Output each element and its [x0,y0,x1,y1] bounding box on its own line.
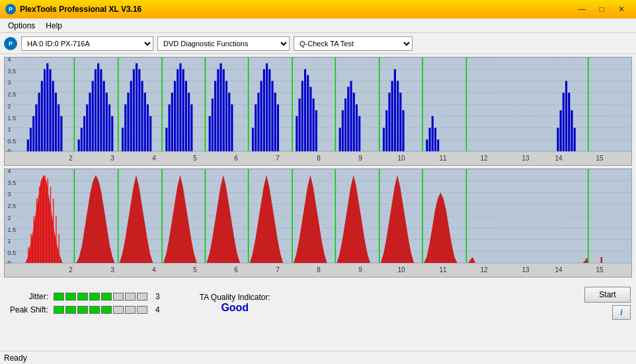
menu-bar: Options Help [0,18,636,33]
svg-text:5: 5 [193,266,197,273]
svg-rect-97 [313,98,315,151]
svg-text:6: 6 [234,266,238,273]
menu-options[interactable]: Options [3,20,40,32]
svg-text:11: 11 [439,155,447,162]
svg-text:1.5: 1.5 [7,227,16,233]
svg-text:1: 1 [7,127,11,133]
top-chart-x-axis: 2 3 4 5 6 7 8 9 10 11 12 13 14 15 [5,152,631,164]
peak-seg-2 [65,306,76,314]
svg-rect-82 [257,92,259,151]
jitter-seg-4 [89,293,100,301]
svg-rect-77 [228,92,230,151]
jitter-seg-5 [101,293,112,301]
metrics-panel: Jitter: 3 Peak Shift: [5,292,160,314]
svg-rect-111 [388,92,390,151]
svg-text:14: 14 [555,155,563,162]
svg-text:3: 3 [110,266,114,273]
svg-rect-128 [568,92,570,151]
svg-text:13: 13 [522,266,530,273]
svg-text:10: 10 [397,155,405,162]
action-buttons: Start i [584,287,631,320]
toolbar: P HA:0 ID:0 PX-716A DVD Diagnostic Funct… [0,33,636,54]
svg-rect-19 [27,139,29,151]
svg-text:2: 2 [69,266,73,273]
svg-rect-104 [350,81,352,152]
svg-rect-106 [356,104,358,151]
top-chart-svg: 4 3.5 3 2.5 2 1.5 1 0.5 0 [5,57,631,152]
svg-text:1: 1 [7,238,11,245]
info-button[interactable]: i [612,305,631,320]
bottom-chart-area: 4 3.5 3 2.5 2 1.5 1 0.5 0 [5,169,631,264]
peak-seg-4 [89,306,100,314]
svg-text:9: 9 [358,155,362,162]
svg-text:12: 12 [480,266,488,273]
status-bar: Ready [0,351,636,364]
svg-text:0.5: 0.5 [7,250,16,256]
drive-select[interactable]: HA:0 ID:0 PX-716A [21,36,153,51]
svg-rect-100 [339,128,341,152]
ta-quality-value: Good [221,302,249,314]
svg-rect-120 [432,116,434,151]
svg-rect-72 [214,81,216,152]
svg-rect-119 [428,128,430,152]
svg-text:2: 2 [7,215,11,221]
jitter-meter [54,293,147,301]
svg-text:4: 4 [7,169,11,174]
svg-rect-59 [165,128,167,152]
svg-rect-89 [277,104,279,151]
svg-text:2: 2 [69,155,73,162]
svg-text:3: 3 [110,155,114,162]
svg-rect-87 [271,81,273,152]
menu-help[interactable]: Help [40,20,67,32]
svg-rect-96 [309,87,311,151]
svg-rect-75 [223,69,225,151]
jitter-seg-1 [54,293,64,301]
svg-rect-28 [52,81,54,152]
svg-rect-113 [394,69,396,151]
svg-rect-80 [252,128,254,152]
svg-rect-81 [255,104,257,151]
svg-rect-47 [122,128,124,152]
test-select[interactable]: Q-Check TA Test [294,36,413,51]
bottom-chart: 4 3.5 3 2.5 2 1.5 1 0.5 0 [4,168,632,277]
svg-rect-66 [185,81,187,152]
peak-seg-1 [54,306,64,314]
svg-rect-26 [46,63,48,151]
svg-rect-83 [260,81,262,152]
svg-rect-118 [426,139,428,151]
jitter-seg-3 [77,293,88,301]
svg-rect-62 [174,81,176,152]
svg-rect-127 [565,81,567,152]
peak-seg-3 [77,306,88,314]
svg-rect-88 [274,92,276,151]
svg-rect-84 [263,69,265,151]
svg-rect-27 [49,69,51,151]
close-button[interactable]: ✕ [612,3,631,16]
start-button[interactable]: Start [584,287,631,303]
svg-text:8: 8 [317,266,321,273]
svg-rect-34 [81,128,83,152]
svg-rect-67 [188,92,190,151]
top-chart: 4 3.5 3 2.5 2 1.5 1 0.5 0 [4,57,632,166]
svg-text:15: 15 [596,266,604,273]
maximize-button[interactable]: □ [592,3,611,16]
title-bar-controls: — □ ✕ [573,3,631,16]
function-select[interactable]: DVD Diagnostic Functions [157,36,290,51]
ta-quality-panel: TA Quality Indicator: Good [200,293,270,314]
top-chart-area: 4 3.5 3 2.5 2 1.5 1 0.5 0 [5,57,631,152]
minimize-button[interactable]: — [573,3,591,16]
svg-rect-53 [138,69,140,151]
peak-shift-label: Peak Shift: [5,305,48,314]
svg-text:3.5: 3.5 [7,68,16,75]
svg-rect-44 [108,104,110,151]
svg-rect-130 [574,128,576,152]
svg-rect-73 [217,69,219,151]
svg-rect-52 [136,63,138,151]
svg-rect-187 [601,257,602,263]
jitter-seg-2 [65,293,76,301]
svg-text:7: 7 [276,266,280,273]
svg-rect-94 [304,69,306,151]
svg-rect-29 [55,92,57,151]
svg-rect-31 [60,116,62,151]
main-content: 4 3.5 3 2.5 2 1.5 1 0.5 0 [0,54,636,280]
